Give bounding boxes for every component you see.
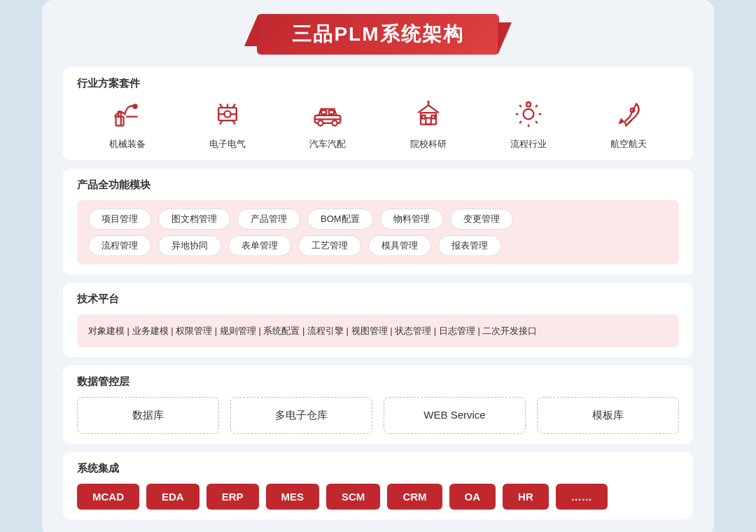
mechanical-icon [112, 99, 143, 134]
industry-section: 行业方案套件 机械装备 [63, 67, 693, 160]
svg-rect-0 [115, 117, 123, 126]
svg-line-29 [519, 105, 522, 107]
svg-line-30 [536, 121, 538, 123]
industry-label-process: 流程行业 [510, 138, 547, 150]
svg-point-15 [318, 120, 323, 125]
svg-rect-19 [426, 118, 430, 125]
module-tag: 变更管理 [450, 209, 513, 230]
data-section: 数据管控层 数据库 多电子仓库 WEB Service 模板库 [63, 365, 693, 444]
svg-rect-21 [431, 115, 435, 119]
integration-tag-0: MCAD [77, 484, 139, 510]
industry-item-aerospace: 航空航天 [610, 99, 647, 150]
integration-tag-5: CRM [387, 484, 442, 510]
module-tag: 异地协同 [158, 235, 221, 256]
aerospace-icon [613, 99, 644, 134]
integration-section: 系统集成 MCAD EDA ERP MES SCM CRM OA HR …… [63, 452, 693, 519]
page-title: 三品PLM系统架构 [257, 14, 498, 55]
integration-tag-6: OA [449, 484, 496, 510]
module-tag: 物料管理 [380, 209, 443, 230]
modules-section: 产品全功能模块 项目管理 图文档管理 产品管理 BOM配置 物料管理 变更管理 … [63, 169, 693, 274]
svg-line-32 [519, 121, 522, 123]
svg-point-24 [524, 109, 534, 120]
academic-icon [413, 99, 444, 134]
industry-label-mechanical: 机械装备 [109, 138, 146, 150]
module-tag: 模具管理 [368, 235, 431, 256]
title-banner: 三品PLM系统架构 [63, 14, 693, 55]
svg-rect-20 [421, 115, 425, 119]
integration-tag-7: HR [503, 484, 549, 510]
svg-point-9 [224, 111, 230, 117]
tech-section-title: 技术平台 [77, 293, 679, 306]
process-icon [513, 99, 544, 134]
tech-bar: 对象建模 | 业务建模 | 权限管理 | 规则管理 | 系统配置 | 流程引擎 … [77, 314, 679, 347]
integration-tag-4: SCM [326, 484, 380, 510]
modules-row-1: 项目管理 图文档管理 产品管理 BOM配置 物料管理 变更管理 [88, 209, 668, 230]
module-tag: 产品管理 [237, 209, 300, 230]
integration-tag-2: ERP [206, 484, 259, 510]
modules-bg: 项目管理 图文档管理 产品管理 BOM配置 物料管理 变更管理 流程管理 异地协… [77, 200, 679, 265]
integration-row: MCAD EDA ERP MES SCM CRM OA HR …… [77, 484, 679, 510]
industry-item-electronic: 电子电气 [209, 99, 246, 150]
svg-point-23 [427, 101, 430, 104]
data-row: 数据库 多电子仓库 WEB Service 模板库 [77, 397, 679, 434]
data-section-title: 数据管控层 [77, 375, 679, 388]
module-tag: 图文档管理 [158, 209, 230, 230]
main-container: 三品PLM系统架构 行业方案套件 机械装备 [42, 0, 714, 532]
industry-section-title: 行业方案套件 [77, 77, 679, 90]
industry-item-process: 流程行业 [510, 99, 547, 150]
tech-section: 技术平台 对象建模 | 业务建模 | 权限管理 | 规则管理 | 系统配置 | … [63, 283, 693, 357]
integration-tag-1: EDA [146, 484, 200, 510]
module-tag: 报表管理 [438, 235, 501, 256]
industry-label-automotive: 汽车汽配 [309, 138, 346, 150]
industry-label-academic: 院校科研 [410, 138, 447, 150]
electronic-icon [212, 99, 243, 134]
integration-section-title: 系统集成 [77, 462, 679, 475]
industry-label-electronic: 电子电气 [209, 138, 246, 150]
svg-line-31 [536, 105, 538, 107]
module-tag: 表单管理 [228, 235, 291, 256]
svg-point-2 [132, 104, 137, 108]
module-tag: 项目管理 [88, 209, 151, 230]
svg-rect-33 [526, 103, 531, 107]
integration-tag-8: …… [556, 484, 608, 510]
data-box-0: 数据库 [77, 397, 219, 434]
module-tag: BOM配置 [307, 209, 373, 230]
svg-rect-14 [329, 111, 334, 115]
industry-item-automotive: 汽车汽配 [309, 99, 346, 150]
data-box-2: WEB Service [384, 397, 526, 434]
svg-rect-13 [321, 111, 326, 115]
automotive-icon [312, 99, 343, 134]
modules-row-2: 流程管理 异地协同 表单管理 工艺管理 模具管理 报表管理 [88, 235, 668, 256]
industry-label-aerospace: 航空航天 [610, 138, 647, 150]
svg-point-16 [332, 120, 337, 125]
industry-row: 机械装备 电子电气 [77, 99, 679, 150]
industry-item-mechanical: 机械装备 [109, 99, 146, 150]
data-box-1: 多电子仓库 [230, 397, 372, 434]
data-box-3: 模板库 [537, 397, 679, 434]
modules-section-title: 产品全功能模块 [77, 178, 679, 192]
module-tag: 工艺管理 [298, 235, 361, 256]
industry-item-academic: 院校科研 [410, 99, 447, 150]
module-tag: 流程管理 [88, 235, 151, 256]
integration-tag-3: MES [266, 484, 320, 510]
